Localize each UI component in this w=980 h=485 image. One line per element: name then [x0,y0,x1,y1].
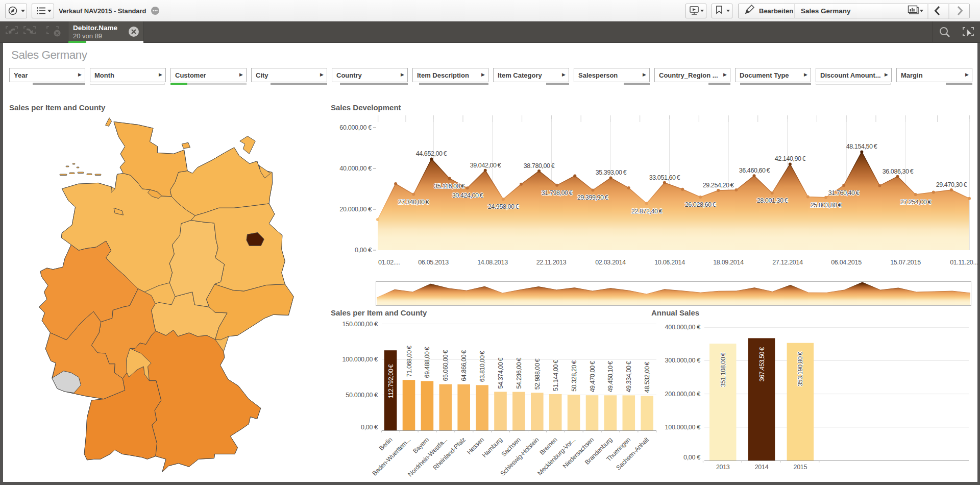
svg-text:31.760,40 €: 31.760,40 € [828,189,860,197]
svg-text:20.000,00 €: 20.000,00 € [339,206,372,213]
svg-text:51.144,00 €: 51.144,00 € [552,360,559,391]
svg-text:50.000,00 €: 50.000,00 € [346,392,378,399]
svg-text:10.06.2014: 10.06.2014 [654,259,685,266]
svg-text:50.328,20 €: 50.328,20 € [571,360,578,392]
svg-text:30.424,00 €: 30.424,00 € [452,192,483,199]
svg-text:49.450,10 €: 49.450,10 € [607,361,614,392]
svg-text:36.086,30 €: 36.086,30 € [883,168,914,175]
svg-text:71.068,00 €: 71.068,00 € [406,346,413,377]
svg-text:35.393,00 €: 35.393,00 € [596,169,627,176]
svg-text:69.488,00 €: 69.488,00 € [424,347,431,378]
svg-text:14.08.2013: 14.08.2013 [477,259,508,266]
svg-text:49.334,00 €: 49.334,00 € [625,361,632,392]
svg-text:351.108,00 €: 351.108,00 € [720,352,727,387]
svg-text:48.532,00 €: 48.532,00 € [644,361,651,393]
svg-text:2015: 2015 [793,464,807,471]
svg-text:27.340,00 €: 27.340,00 € [398,199,429,206]
svg-text:38.780,00 €: 38.780,00 € [524,162,555,169]
svg-text:40.000,00 €: 40.000,00 € [339,165,372,172]
svg-text:27.254,00 €: 27.254,00 € [900,199,932,206]
svg-text:36.460,60 €: 36.460,60 € [739,167,770,174]
svg-text:0,00 €: 0,00 € [355,247,372,254]
svg-text:100.000,00 €: 100.000,00 € [342,356,378,363]
svg-text:54.374,00 €: 54.374,00 € [497,357,504,389]
svg-text:15.07.2015: 15.07.2015 [890,259,921,266]
svg-text:35.116,00 €: 35.116,00 € [434,183,464,190]
svg-text:100.000,00 €: 100.000,00 € [665,424,701,431]
svg-text:300.000,00 €: 300.000,00 € [665,357,701,364]
svg-text:26.028,60 €: 26.028,60 € [685,201,716,208]
svg-text:22.11.2013: 22.11.2013 [536,259,567,266]
svg-text:0,00 €: 0,00 € [683,454,700,461]
svg-text:22.872,40 €: 22.872,40 € [631,208,663,215]
svg-text:353.190,80 €: 353.190,80 € [797,352,804,386]
svg-text:29.399,90 €: 29.399,90 € [577,194,608,201]
svg-text:06.05.2013: 06.05.2013 [418,259,449,266]
svg-text:2014: 2014 [755,464,769,471]
svg-text:24.958,00 €: 24.958,00 € [488,203,519,210]
svg-text:27.12.2014: 27.12.2014 [772,259,803,266]
svg-text:44.652,00 €: 44.652,00 € [416,150,447,157]
svg-text:Berlin: Berlin [378,436,394,452]
svg-text:64.866,00 €: 64.866,00 € [460,350,468,381]
svg-text:39.042,00 €: 39.042,00 € [470,162,501,169]
svg-text:52.988,00 €: 52.988,00 € [534,358,541,390]
svg-text:200.000,00 €: 200.000,00 € [665,391,701,398]
svg-text:02.03.2014: 02.03.2014 [595,259,626,266]
svg-text:63.810,00 €: 63.810,00 € [479,351,486,382]
svg-text:18.09.2014: 18.09.2014 [713,259,744,266]
svg-text:60.000,00 €: 60.000,00 € [339,124,372,131]
svg-text:49.470,00 €: 49.470,00 € [589,361,596,392]
svg-text:25.803,80 €: 25.803,80 € [811,202,842,209]
svg-text:367.453,50 €: 367.453,50 € [758,347,766,382]
svg-text:54.236,00 €: 54.236,00 € [516,357,523,389]
svg-text:01.11.20...: 01.11.20... [950,259,978,266]
svg-text:33.051,60 €: 33.051,60 € [649,174,680,181]
svg-text:2013: 2013 [716,464,730,471]
svg-text:65.060,00 €: 65.060,00 € [442,350,449,381]
svg-text:Sachsen-Anhalt: Sachsen-Anhalt [615,436,650,472]
svg-text:150.000,00 €: 150.000,00 € [342,321,378,328]
svg-text:400.000,00 €: 400.000,00 € [665,324,701,331]
svg-text:Rheinland-Pfalz: Rheinland-Pfalz [432,436,467,471]
svg-text:29.254,20 €: 29.254,20 € [703,182,734,189]
svg-text:29.470,30 €: 29.470,30 € [936,181,967,188]
svg-text:01.02....: 01.02.... [378,259,400,266]
svg-text:28.001,30 €: 28.001,30 € [757,197,788,204]
svg-text:31.798,00 €: 31.798,00 € [542,189,573,197]
svg-text:06.04.2015: 06.04.2015 [831,259,862,266]
svg-text:42.140,90 €: 42.140,90 € [775,155,806,162]
svg-text:112.792,00 €: 112.792,00 € [387,364,395,398]
svg-text:0,00 €: 0,00 € [361,424,378,431]
svg-text:48.154,50 €: 48.154,50 € [846,143,877,150]
svg-text:Hamburg: Hamburg [481,436,504,459]
